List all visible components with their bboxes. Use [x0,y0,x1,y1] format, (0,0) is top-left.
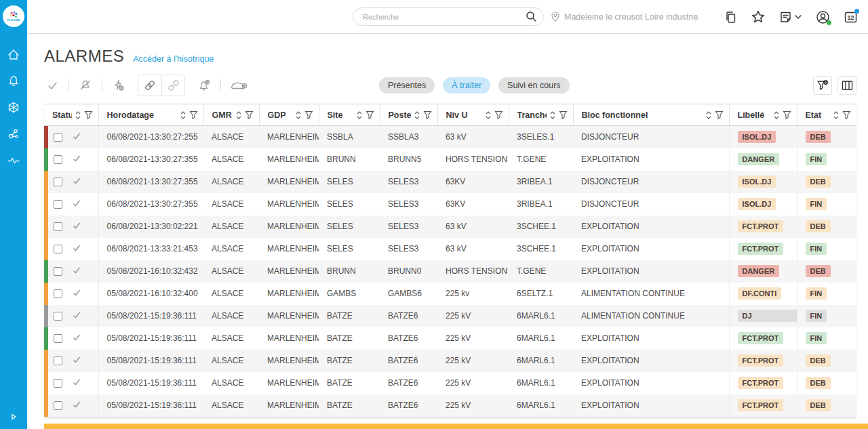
filter-icon[interactable] [189,110,198,119]
row-checkbox[interactable] [54,379,62,388]
acknowledge-button[interactable] [44,77,60,94]
mute-alarm-button[interactable] [77,77,94,94]
row-checkbox[interactable] [54,155,62,164]
acknowledged-check-icon[interactable] [72,400,81,411]
table-row[interactable]: 05/08/2021-15:19:36:111 ALSACE MARLENHEI… [44,350,856,372]
table-row[interactable]: 05/08/2021-15:19:36:111 ALSACE MARLENHEI… [44,372,856,394]
sort-icon[interactable] [549,110,556,120]
table-row[interactable]: 06/08/2021-13:30:27:255 ALSACE MARLENHEI… [44,126,856,148]
acknowledged-check-icon[interactable] [72,355,81,367]
acknowledged-check-icon[interactable] [72,154,81,165]
row-checkbox[interactable] [54,334,62,343]
sidebar-expand-button[interactable] [0,413,27,421]
filter-icon[interactable] [842,110,851,119]
filter-icon[interactable] [366,110,374,119]
cancel-notification-button[interactable] [196,77,212,94]
filter-chip[interactable]: À traiter [443,77,490,94]
cell-tranche: 6MARL6.1 [509,372,573,394]
cell-bloc: EXPLOITATION [573,260,729,283]
table-row[interactable]: 06/08/2021-13:30:27:355 ALSACE MARLENHEI… [44,171,856,193]
table-row[interactable]: 05/08/2021-15:19:36:111 ALSACE MARLENHEI… [44,327,856,350]
row-checkbox[interactable] [54,222,62,231]
table-row[interactable]: 05/08/2021-15:19:36:111 ALSACE MARLENHEI… [44,305,856,327]
table-row[interactable]: 06/08/2021-13:30:27:355 ALSACE MARLENHEI… [44,193,856,216]
row-checkbox[interactable] [54,312,62,321]
row-checkbox[interactable] [54,133,62,142]
sort-icon[interactable] [773,110,780,120]
sort-icon[interactable] [235,110,242,120]
cell-bloc: DISJONCTEUR [573,126,729,148]
location-selector[interactable]: Madeleine le creusot Loire industrie [551,0,698,34]
horizontal-scrollbar[interactable] [44,424,868,429]
row-checkbox[interactable] [54,356,62,365]
table-row[interactable]: 05/08/2021-15:19:36:111 ALSACE MARLENHEI… [44,394,856,417]
search-input[interactable] [363,13,526,21]
sidebar-item-home[interactable] [6,47,21,62]
acknowledged-check-icon[interactable] [72,377,81,389]
acknowledged-check-icon[interactable] [72,266,81,277]
filter-chip[interactable]: Suivi en cours [498,77,570,94]
favorites-button[interactable] [751,10,765,24]
sort-icon[interactable] [705,110,712,120]
row-checkbox[interactable] [54,289,62,298]
clear-filters-button[interactable] [813,76,832,95]
acknowledged-check-icon[interactable] [72,176,81,188]
toolbar-divider [220,79,221,91]
sort-icon[interactable] [75,110,81,120]
severity-bar [44,216,48,238]
filter-icon[interactable] [783,110,791,119]
acknowledged-check-icon[interactable] [72,131,81,143]
history-link[interactable]: Accéder à l'hisotrique [133,54,214,64]
logo-text: PLASMA [7,19,20,22]
row-checkbox[interactable] [54,200,62,209]
sort-icon[interactable] [833,110,840,120]
table-row[interactable]: 06/08/2021-13:33:21:453 ALSACE MARLENHEI… [44,238,856,260]
sort-icon[interactable] [485,110,492,120]
filter-chip[interactable]: Présentes [379,77,435,94]
user-menu-button[interactable] [816,10,830,24]
inhibit-button[interactable] [111,77,127,94]
filter-icon[interactable] [304,110,313,119]
unlink-button[interactable] [161,75,184,96]
row-checkbox[interactable] [54,401,62,410]
row-checkbox[interactable] [54,245,62,253]
columns-settings-button[interactable] [837,76,856,95]
row-checkbox[interactable] [54,267,62,276]
snooze-group-button[interactable] [229,77,250,94]
table-row[interactable]: 05/08/2021-16:10:32:400 ALSACE MARLENHEI… [44,283,856,305]
sidebar-item-alarms[interactable] [6,74,21,89]
sort-icon[interactable] [180,110,186,120]
sort-icon[interactable] [295,110,302,120]
sidebar-item-modules[interactable] [6,100,21,115]
row-checkbox[interactable] [54,178,62,186]
acknowledged-check-icon[interactable] [72,199,81,210]
table-row[interactable]: 06/08/2021-13:30:02:221 ALSACE MARLENHEI… [44,216,856,238]
table-row[interactable]: 05/08/2021-16:10:32:432 ALSACE MARLENHEI… [44,260,856,283]
notes-menu-button[interactable] [779,11,802,24]
calendar-button[interactable]: 12 [844,11,857,24]
sidebar: PLASMA [0,0,27,429]
acknowledged-check-icon[interactable] [72,310,81,322]
link-button[interactable] [138,75,161,96]
acknowledged-check-icon[interactable] [72,243,81,255]
sort-icon[interactable] [356,110,363,120]
copy-button[interactable] [724,11,737,24]
app-logo[interactable]: PLASMA [3,5,24,27]
sort-icon[interactable] [414,110,420,120]
severity-bar [44,372,48,394]
search-icon[interactable] [526,11,537,22]
note-icon [779,11,792,24]
acknowledged-check-icon[interactable] [72,288,81,300]
filter-icon[interactable] [715,110,724,119]
filter-icon[interactable] [494,110,503,119]
table-row[interactable]: 06/08/2021-13:30:27:355 ALSACE MARLENHEI… [44,148,856,171]
filter-icon[interactable] [84,110,93,119]
filter-icon[interactable] [423,110,432,119]
cell-nivu: 63 kV [437,126,509,148]
acknowledged-check-icon[interactable] [72,221,81,232]
acknowledged-check-icon[interactable] [72,333,81,344]
filter-icon[interactable] [559,110,568,119]
sidebar-item-activity[interactable] [6,153,21,168]
filter-icon[interactable] [245,110,254,119]
sidebar-item-network[interactable] [6,127,21,142]
